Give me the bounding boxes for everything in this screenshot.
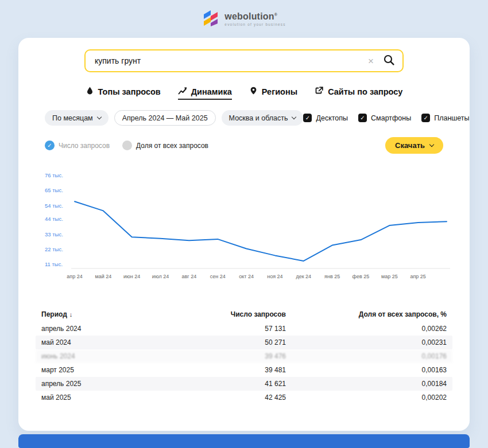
svg-text:33 тыс.: 33 тыс.: [45, 231, 63, 237]
map-pin-icon: [249, 86, 258, 97]
svg-text:авг 24: авг 24: [182, 274, 197, 279]
chevron-down-icon: [429, 142, 434, 147]
chevron-down-icon: [292, 115, 296, 119]
column-header-period[interactable]: Период ↓: [41, 310, 114, 318]
column-header-queries: Число запросов: [114, 310, 286, 318]
svg-text:июл 24: июл 24: [152, 274, 169, 279]
checkbox-checked-icon: ✓: [358, 114, 367, 122]
svg-text:44 тыс.: 44 тыс.: [45, 216, 63, 222]
checkbox-tablets[interactable]: ✓ Планшеты: [421, 114, 469, 122]
tabs-row: Топы запросов Динамика Регионы: [18, 86, 470, 100]
metric-option-query-count[interactable]: ✓ Число запросов: [45, 141, 110, 150]
sort-desc-icon: ↓: [69, 311, 73, 318]
svg-text:янв 25: янв 25: [324, 274, 340, 279]
site-header: webolution® evolution of your business: [0, 0, 488, 38]
table-row: апрель 2024 57 131 0,00262: [36, 322, 452, 336]
radio-unchecked-icon: [122, 141, 132, 150]
brand-name: webolution®: [224, 12, 285, 21]
search-input[interactable]: [95, 56, 368, 65]
svg-text:окт 24: окт 24: [239, 274, 254, 279]
periods-table: Период ↓ Число запросов Доля от всех зап…: [36, 306, 452, 404]
svg-text:сен 24: сен 24: [210, 274, 226, 279]
magnifier-icon: [383, 54, 395, 68]
checkbox-checked-icon: ✓: [303, 114, 312, 122]
search-button[interactable]: [383, 54, 395, 68]
region-dropdown[interactable]: Москва и область: [222, 110, 304, 126]
svg-text:дек 24: дек 24: [296, 274, 311, 279]
filters-row: По месяцам Апрель 2024 — Май 2025 Москва…: [18, 110, 470, 126]
brand-tagline: evolution of your business: [224, 22, 285, 26]
group-by-dropdown[interactable]: По месяцам: [45, 110, 109, 126]
flame-icon: [86, 86, 94, 97]
tab-regions[interactable]: Регионы: [249, 86, 297, 100]
svg-text:ноя 24: ноя 24: [267, 274, 282, 279]
table-row: март 2025 39 481 0,00163: [36, 363, 452, 377]
svg-text:11 тыс.: 11 тыс.: [45, 261, 63, 267]
checkbox-smartphones[interactable]: ✓ Смартфоны: [358, 114, 411, 122]
external-link-icon: [315, 86, 324, 97]
table-row: апрель 2025 41 621 0,00184: [36, 377, 452, 391]
table-row: май 2025 42 425 0,00202: [36, 391, 452, 404]
search-row: ×: [18, 38, 470, 72]
table-row-hidden: июнь 2024 39 476 0,00176: [36, 349, 452, 363]
date-range-field[interactable]: Апрель 2024 — Май 2025: [114, 110, 216, 126]
tab-dynamics[interactable]: Динамика: [178, 86, 232, 100]
table-header-row: Период ↓ Число запросов Доля от всех зап…: [36, 306, 452, 322]
column-header-share: Доля от всех запросов, %: [286, 310, 447, 318]
trend-icon: [178, 86, 187, 97]
footer-bar: [18, 434, 470, 448]
registered-mark: ®: [274, 12, 277, 16]
webolution-logo-icon: [202, 9, 219, 29]
download-button[interactable]: Скачать: [385, 137, 443, 154]
svg-text:76 тыс.: 76 тыс.: [45, 172, 63, 178]
tab-sites-by-query[interactable]: Сайты по запросу: [315, 86, 402, 100]
tab-top-queries[interactable]: Топы запросов: [86, 86, 161, 100]
svg-text:22 тыс.: 22 тыс.: [45, 246, 63, 252]
checkbox-checked-icon: ✓: [421, 114, 430, 122]
svg-text:54 тыс.: 54 тыс.: [45, 202, 63, 209]
svg-text:фев 25: фев 25: [353, 274, 370, 279]
table-row: май 2024 50 271 0,00231: [36, 336, 452, 349]
metric-option-share[interactable]: Доля от всех запросов: [122, 141, 208, 150]
svg-text:апр 24: апр 24: [67, 274, 82, 279]
wordstat-widget-card: × Топы запросов: [18, 38, 470, 431]
clear-search-icon[interactable]: ×: [368, 56, 374, 66]
chevron-down-icon: [96, 115, 101, 119]
svg-text:июн 24: июн 24: [123, 274, 140, 279]
svg-text:65 тыс.: 65 тыс.: [45, 187, 63, 193]
svg-text:май 24: май 24: [95, 274, 111, 279]
radio-checked-icon: ✓: [45, 141, 55, 150]
svg-text:мар 25: мар 25: [381, 274, 398, 279]
metric-row: ✓ Число запросов Доля от всех запросов С…: [18, 137, 470, 154]
search-box: ×: [84, 49, 404, 72]
svg-text:апр 25: апр 25: [410, 274, 425, 279]
queries-trend-chart: 76 тыс.65 тыс.54 тыс.44 тыс.33 тыс.22 ты…: [45, 162, 449, 287]
checkbox-desktops[interactable]: ✓ Десктопы: [303, 114, 348, 122]
